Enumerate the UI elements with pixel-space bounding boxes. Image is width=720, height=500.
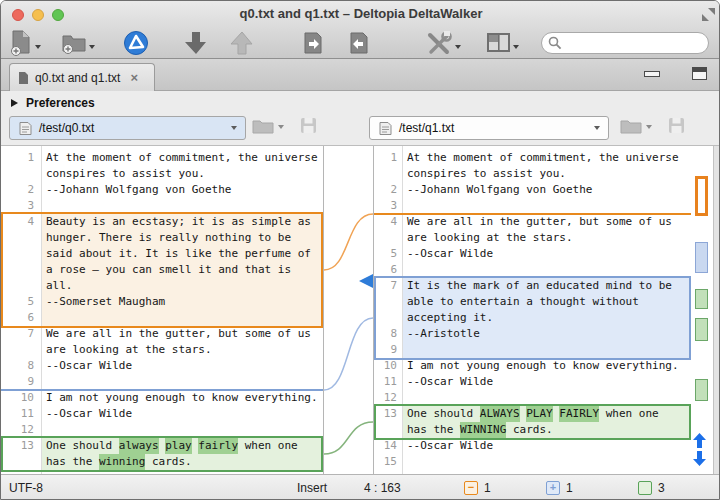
fullscreen-icon[interactable] — [702, 8, 715, 21]
code-line[interactable]: 15 — [374, 454, 691, 470]
left-file-path-combo[interactable]: /test/q0.txt — [9, 116, 246, 140]
code-line[interactable]: a rose — you can smell it and that is — [1, 262, 323, 278]
code-line[interactable]: 9 — [374, 342, 691, 358]
code-line[interactable]: has the WINNING cards. — [374, 422, 691, 438]
line-number — [1, 278, 41, 294]
left-text-pane[interactable]: 1At the moment of commitment, the univer… — [1, 146, 324, 474]
code-line[interactable]: 9 — [1, 374, 323, 390]
added-ruler-marker[interactable] — [695, 242, 708, 273]
code-line[interactable]: 5--Oscar Wilde — [374, 246, 691, 262]
code-line[interactable]: 3 — [374, 198, 691, 214]
open-folder-button[interactable] — [61, 28, 95, 58]
right-save-icon[interactable] — [668, 117, 685, 134]
line-text: has the WINNING cards. — [402, 422, 691, 438]
right-browse-folder-icon[interactable] — [620, 117, 642, 134]
tab-q0-and-q1[interactable]: q0.txt and q1.txt × — [9, 63, 155, 91]
line-number: 15 — [374, 454, 402, 470]
line-text — [402, 390, 691, 406]
previous-difference-button[interactable] — [229, 28, 255, 58]
right-file-path-combo[interactable]: /test/q1.txt — [369, 116, 609, 140]
code-line[interactable]: 5--Somerset Maugham — [1, 294, 323, 310]
left-path-dropdown-caret[interactable] — [231, 126, 237, 130]
code-line[interactable]: 8--Oscar Wilde — [1, 358, 323, 374]
deltawalker-home-button[interactable] — [123, 28, 149, 58]
code-line[interactable]: accepting it. — [374, 310, 691, 326]
next-difference-nav-icon[interactable] — [693, 451, 706, 466]
code-line[interactable]: 1At the moment of commitment, the univer… — [1, 150, 323, 166]
line-text: --Oscar Wilde — [41, 358, 323, 374]
code-line[interactable]: 11--Oscar Wilde — [1, 406, 323, 422]
merge-right-button[interactable] — [303, 28, 323, 58]
left-browse-folder-icon[interactable] — [252, 117, 274, 134]
code-line[interactable]: 7It is the mark of an educated mind to b… — [374, 278, 691, 294]
tools-button[interactable] — [425, 28, 461, 58]
code-line[interactable]: 1At the moment of commitment, the univer… — [374, 150, 691, 166]
right-path-dropdown-caret[interactable] — [594, 126, 600, 130]
code-line[interactable]: said about it. It is like the perfume of — [1, 246, 323, 262]
open-folder-menu-caret — [89, 45, 95, 49]
line-number: 4 — [1, 214, 41, 230]
code-line[interactable]: 6 — [374, 262, 691, 278]
code-line[interactable]: able to entertain a thought without — [374, 294, 691, 310]
changed-word-highlight: play — [165, 438, 192, 454]
code-line[interactable]: 7We are all in the gutter, but some of u… — [1, 326, 323, 342]
code-line[interactable]: 4We are all in the gutter, but some of u… — [374, 214, 691, 230]
code-line[interactable]: are looking at the stars. — [1, 342, 323, 358]
collapse-panel-button[interactable] — [644, 71, 660, 77]
line-text: hunger. There is really nothing to be — [41, 230, 323, 246]
code-line[interactable]: 6 — [1, 310, 323, 326]
line-number: 9 — [374, 342, 402, 358]
line-text: conspires to assist you. — [41, 166, 323, 182]
code-line[interactable]: 12 — [374, 390, 691, 406]
next-difference-button[interactable] — [183, 28, 209, 58]
line-text: It is the mark of an educated mind to be — [402, 278, 691, 294]
line-text: conspires to assist you. — [402, 166, 691, 182]
line-text: At the moment of commitment, the univers… — [41, 150, 323, 166]
new-file-button[interactable] — [9, 28, 41, 58]
code-line[interactable]: 3 — [1, 198, 323, 214]
search-input[interactable] — [541, 32, 709, 54]
left-browse-caret[interactable] — [278, 125, 284, 129]
arrow-up-icon — [229, 30, 255, 56]
left-save-icon[interactable] — [300, 117, 317, 134]
code-line[interactable]: 13One should ALWAYS PLAY FAIRLY when one — [374, 406, 691, 422]
merge-left-button[interactable] — [349, 28, 369, 58]
code-line[interactable]: 8--Aristotle — [374, 326, 691, 342]
search-box[interactable] — [541, 32, 709, 54]
line-text: --Aristotle — [402, 326, 691, 342]
code-line[interactable]: hunger. There is really nothing to be — [1, 230, 323, 246]
code-line[interactable]: 10I am not young enough to know everythi… — [374, 358, 691, 374]
code-line[interactable]: 12 — [1, 422, 323, 438]
code-line[interactable]: conspires to assist you. — [1, 166, 323, 182]
previous-difference-nav-icon[interactable] — [693, 433, 706, 448]
tab-close-icon[interactable]: × — [130, 73, 138, 83]
code-line[interactable]: 13One should always play fairly when one — [1, 438, 323, 454]
line-text: accepting it. — [402, 310, 691, 326]
preferences-disclosure[interactable]: Preferences — [11, 96, 95, 110]
code-line[interactable]: 11--Oscar Wilde — [374, 374, 691, 390]
removed-ruler-marker[interactable] — [695, 176, 708, 216]
changed-ruler-marker[interactable] — [695, 318, 708, 341]
merge-arrow-marker[interactable] — [359, 274, 373, 288]
maximize-panel-button[interactable] — [692, 67, 707, 80]
document-icon — [18, 71, 29, 85]
line-number: 12 — [1, 422, 41, 438]
code-line[interactable]: 2--Johann Wolfgang von Goethe — [374, 182, 691, 198]
code-line[interactable]: 10I am not young enough to know everythi… — [1, 390, 323, 406]
file-icon — [378, 121, 393, 136]
deltawalker-logo-icon — [123, 30, 149, 56]
code-line[interactable]: conspires to assist you. — [374, 166, 691, 182]
right-browse-caret[interactable] — [646, 125, 652, 129]
changed-ruler-marker[interactable] — [695, 379, 708, 401]
changed-ruler-marker[interactable] — [695, 289, 708, 309]
overview-ruler[interactable] — [691, 146, 713, 474]
code-line[interactable]: all. — [1, 278, 323, 294]
code-line[interactable]: 4Beauty is an ecstasy; it is as simple a… — [1, 214, 323, 230]
right-text-pane[interactable]: 1At the moment of commitment, the univer… — [373, 146, 691, 474]
code-line[interactable]: 2--Johann Wolfgang von Goethe — [1, 182, 323, 198]
code-line[interactable]: are looking at the stars. — [374, 230, 691, 246]
code-line[interactable]: 14--Oscar Wilde — [374, 438, 691, 454]
layout-button[interactable] — [487, 28, 519, 58]
code-line[interactable]: has the winning cards. — [1, 454, 323, 470]
tab-label: q0.txt and q1.txt — [35, 71, 120, 85]
